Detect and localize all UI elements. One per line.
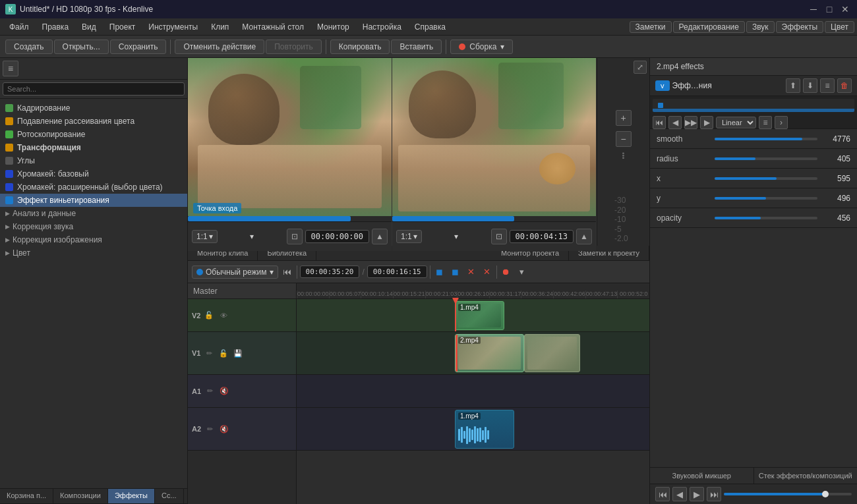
menu-tools[interactable]: Инструменты	[142, 21, 204, 33]
v1-edit-icon[interactable]: ✏	[203, 347, 215, 359]
effect-item-roto[interactable]: Ротоскопирование	[0, 128, 187, 141]
a2-mute-icon[interactable]: 🔇	[218, 423, 230, 435]
effect-type-tag[interactable]: v	[655, 80, 670, 91]
menu-project[interactable]: Проект	[103, 21, 142, 33]
zoom-out-icon[interactable]: −	[616, 131, 632, 147]
copy-button[interactable]: Копировать	[330, 40, 390, 54]
a2-track[interactable]: 1.mp4	[297, 408, 649, 451]
clip-zone-icon[interactable]: ⊡	[287, 229, 303, 244]
close-button[interactable]: ✕	[839, 3, 852, 16]
zoom-in-icon[interactable]: +	[616, 110, 632, 126]
effects-search-input[interactable]	[3, 82, 185, 96]
v2-lock-icon[interactable]: 🔓	[203, 310, 215, 322]
render-slider-thumb[interactable]	[822, 491, 829, 497]
window-controls[interactable]: ─ □ ✕	[807, 3, 852, 16]
v1-track[interactable]: 2.mp4	[297, 332, 649, 375]
category-image[interactable]: ▶ Коррекция изображения	[0, 233, 187, 246]
project-timecode-up[interactable]: ▲	[576, 229, 592, 244]
effect-item-chroma-advanced[interactable]: Хромакей: расширенный (выбор цвета)	[0, 181, 187, 194]
clip-timeline-bar[interactable]	[188, 216, 392, 221]
effect-item-transform[interactable]: Трансформация	[0, 141, 187, 154]
timeline-position[interactable]: 00:00:35:20	[300, 266, 360, 278]
menu-monitor[interactable]: Монитор	[310, 21, 356, 33]
undo-button[interactable]: Отменить действие	[175, 40, 264, 54]
v1-save-icon[interactable]: 💾	[232, 347, 244, 359]
effect-item-chroma-basic[interactable]: Хромакей: базовый	[0, 167, 187, 181]
effect-item-vignette[interactable]: Эффект виньетирования	[0, 194, 187, 207]
v2-visibility-icon[interactable]: 👁	[218, 310, 229, 322]
effect-expand-icon[interactable]: ≡	[820, 78, 835, 93]
create-button[interactable]: Создать	[5, 40, 53, 54]
monitor-expand-btn[interactable]: ⤢	[597, 58, 649, 76]
effect-item-crop[interactable]: Кадрирование	[0, 101, 187, 115]
render-prev-icon[interactable]: ⏮	[655, 487, 670, 501]
a1-mute-icon[interactable]: 🔇	[218, 385, 230, 397]
tab-bin[interactable]: Корзина п...	[0, 489, 53, 503]
v1-lock-icon[interactable]: 🔓	[218, 347, 229, 359]
delete-in-button[interactable]: ✕	[465, 266, 478, 279]
clip-timecode-up[interactable]: ▲	[372, 229, 388, 244]
render-step-forward-icon[interactable]: ▶	[690, 487, 704, 501]
param-value-smooth[interactable]: 4776	[817, 134, 857, 144]
save-button[interactable]: Сохранить	[110, 40, 167, 54]
category-color[interactable]: ▶ Цвет	[0, 246, 187, 260]
menu-edit[interactable]: Правка	[36, 21, 76, 33]
kf-expand-right-icon[interactable]: ›	[775, 116, 788, 129]
kf-go-start-icon[interactable]: ⏮	[653, 116, 666, 129]
tab-effects[interactable]: Эффекты	[108, 489, 155, 503]
play-back-button[interactable]: ⏮	[281, 266, 294, 279]
clip-v1-1[interactable]: 2.mp4	[455, 334, 524, 372]
record-button[interactable]: Сборка ▾	[450, 40, 513, 54]
render-next-icon[interactable]: ⏭	[707, 487, 721, 501]
record-timeline-button[interactable]: ⏺	[500, 266, 513, 279]
param-value-x[interactable]: 595	[817, 174, 857, 183]
project-timeline-bar[interactable]	[392, 216, 596, 221]
timeline-settings-button[interactable]: ▾	[516, 266, 529, 279]
project-timecode[interactable]: 00:00:04:13	[510, 230, 574, 243]
a1-track[interactable]	[297, 375, 649, 408]
effect-delete-icon[interactable]: 🗑	[837, 78, 852, 93]
maximize-button[interactable]: □	[823, 3, 836, 16]
param-value-opacity[interactable]: 456	[817, 213, 857, 223]
clip-timecode[interactable]: 00:00:00:00	[305, 230, 369, 243]
menu-timeline[interactable]: Монтажный стол	[235, 21, 310, 33]
menu-clip[interactable]: Клип	[204, 21, 235, 33]
clip-a2-1[interactable]: 1.mp4	[455, 410, 514, 449]
menu-audio[interactable]: Звук	[746, 21, 775, 33]
menu-color[interactable]: Цвет	[825, 21, 854, 33]
param-slider-x[interactable]	[715, 177, 817, 180]
menu-notes[interactable]: Заметки	[630, 21, 672, 33]
paste-button[interactable]: Вставить	[391, 40, 442, 54]
effect-item-corners[interactable]: Углы	[0, 154, 187, 167]
render-step-back-icon[interactable]: ◀	[672, 487, 687, 501]
timeline-duration[interactable]: 00:00:16:15	[367, 266, 427, 278]
redo-button[interactable]: Повторить	[266, 40, 322, 54]
category-audio[interactable]: ▶ Коррекция звука	[0, 220, 187, 233]
open-button[interactable]: Открыть...	[54, 40, 109, 54]
effect-move-down-icon[interactable]: ⬇	[803, 78, 817, 93]
param-slider-smooth[interactable]	[715, 138, 817, 140]
menu-file[interactable]: Файл	[3, 21, 36, 33]
category-analysis[interactable]: ▶ Анализ и данные	[0, 207, 187, 220]
a2-edit-icon[interactable]: ✏	[204, 423, 216, 435]
project-position-dropdown[interactable]: ▾	[425, 232, 488, 241]
tab-compositions[interactable]: Композиции	[53, 489, 108, 503]
clip-position-dropdown[interactable]: ▾	[220, 232, 284, 241]
param-value-y[interactable]: 496	[817, 194, 857, 203]
mark-out-button[interactable]: ◼	[449, 266, 462, 279]
menu-editing[interactable]: Редактирование	[673, 21, 745, 33]
render-slider[interactable]	[724, 493, 852, 495]
tab-effects-stack[interactable]: Стек эффектов/композиций	[754, 468, 858, 484]
effect-move-up-icon[interactable]: ⬆	[786, 78, 800, 93]
kf-prev-icon[interactable]: ◀	[668, 116, 682, 129]
param-value-radius[interactable]: 405	[817, 154, 857, 163]
menu-view[interactable]: Вид	[75, 21, 103, 33]
tab-audio-mixer[interactable]: Звуковой микшер	[650, 468, 754, 484]
menu-help[interactable]: Справка	[408, 21, 452, 33]
param-slider-opacity[interactable]	[715, 217, 817, 219]
left-panel-menu-icon[interactable]: ≡	[3, 61, 18, 76]
param-slider-radius[interactable]	[715, 157, 817, 160]
tab-more[interactable]: ›	[184, 489, 187, 503]
clip-v2-1[interactable]: 1.mp4	[455, 301, 504, 330]
clip-scale-selector[interactable]: 1:1 ▾	[192, 230, 218, 243]
